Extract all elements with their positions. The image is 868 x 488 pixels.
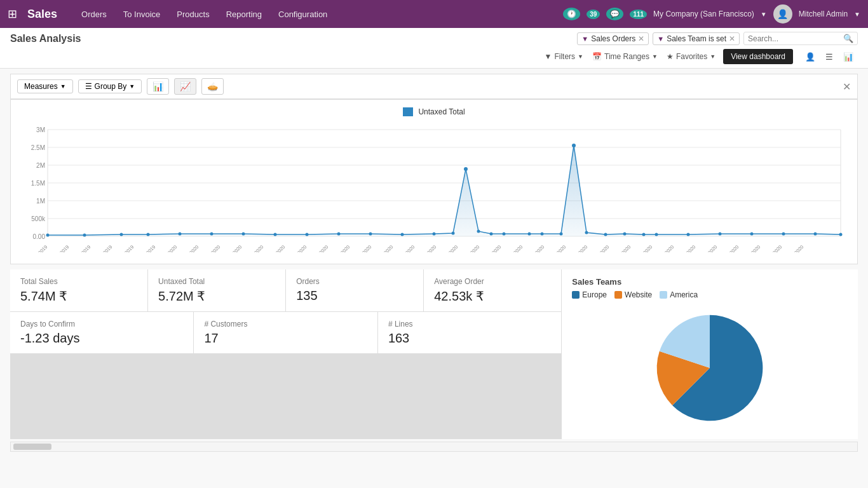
menu-reporting[interactable]: Reporting <box>220 7 268 22</box>
menu-configuration[interactable]: Configuration <box>272 7 334 22</box>
view-dashboard-button[interactable]: View dashboard <box>723 49 793 64</box>
svg-text:500k: 500k <box>31 215 46 222</box>
svg-point-28 <box>401 233 404 236</box>
svg-point-45 <box>719 232 722 235</box>
page-title: Sales Analysis <box>10 33 81 44</box>
svg-text:15 Jan 2020: 15 Jan 2020 <box>307 244 330 252</box>
pie-chart-button[interactable]: 🥧 <box>201 78 224 95</box>
filters-dropdown-icon: ▼ <box>578 53 583 60</box>
pie-legend: Europe Website America <box>572 290 848 299</box>
svg-point-48 <box>814 232 817 235</box>
svg-point-19 <box>120 233 123 236</box>
stat-untaxed-total: Untaxed Total 5.72M ₹ <box>148 269 285 311</box>
days-confirm-value: -1.23 days <box>20 331 183 346</box>
menu-to-invoice[interactable]: To Invoice <box>117 7 167 22</box>
legend-america: America <box>660 290 698 299</box>
svg-text:24 Dec 2019: 24 Dec 2019 <box>90 244 113 252</box>
list-view-button[interactable]: ☰ <box>821 50 837 64</box>
avatar[interactable]: 👤 <box>773 4 792 24</box>
scrollbar-thumb[interactable] <box>13 444 51 450</box>
svg-point-47 <box>782 232 785 235</box>
filters-button[interactable]: ▼ Filters ▼ <box>545 52 583 61</box>
svg-text:29 Jan 2020: 29 Jan 2020 <box>458 244 481 252</box>
company-selector[interactable]: My Company (San Francisco) <box>653 10 754 18</box>
legend-color-box <box>403 107 413 116</box>
favorites-button[interactable]: ★ Favorites ▼ <box>667 52 715 61</box>
menu-products[interactable]: Products <box>170 7 215 22</box>
measures-button[interactable]: Measures ▼ <box>17 79 73 93</box>
pie-chart-svg <box>646 304 773 431</box>
svg-text:28 Feb 2020: 28 Feb 2020 <box>782 244 804 252</box>
graph-view-button[interactable]: 👤 <box>801 50 820 64</box>
search-input[interactable] <box>748 34 843 43</box>
svg-point-46 <box>750 232 754 235</box>
svg-text:0.00: 0.00 <box>33 233 46 240</box>
user-dropdown-icon[interactable]: ▼ <box>854 11 860 18</box>
close-chart-button[interactable]: ✕ <box>843 81 851 93</box>
svg-text:21 Jan 2020: 21 Jan 2020 <box>372 244 395 252</box>
svg-point-49 <box>839 233 843 236</box>
customers-value: 17 <box>204 331 367 346</box>
svg-text:14 Feb 2020: 14 Feb 2020 <box>630 244 653 252</box>
svg-marker-16 <box>48 146 841 236</box>
stat-avg-order: Average Order 42.53k ₹ <box>424 269 561 311</box>
days-confirm-label: Days to Confirm <box>20 320 183 329</box>
avg-order-label: Average Order <box>434 277 551 286</box>
message-icon[interactable]: 💬 <box>606 8 623 20</box>
svg-point-17 <box>46 233 50 236</box>
lines-value: 163 <box>388 331 551 346</box>
website-label: Website <box>625 290 652 299</box>
calendar-icon: 📅 <box>592 52 602 61</box>
svg-point-37 <box>560 232 563 235</box>
notifications-badge[interactable]: 39 <box>587 10 600 19</box>
clock-icon[interactable]: 🕐 <box>563 8 580 20</box>
svg-text:1M: 1M <box>36 198 45 205</box>
svg-point-24 <box>274 233 277 236</box>
svg-text:26 Dec 2019: 26 Dec 2019 <box>112 244 135 252</box>
america-color-dot <box>660 291 667 299</box>
bar-chart-view-button[interactable]: 📊 <box>839 50 858 64</box>
grid-menu-icon[interactable]: ⊞ <box>8 7 17 21</box>
messages-badge[interactable]: 111 <box>630 10 647 19</box>
svg-point-31 <box>464 167 468 171</box>
svg-point-22 <box>210 232 214 235</box>
user-menu[interactable]: Mitchell Admin <box>799 10 848 18</box>
star-icon: ★ <box>667 52 674 61</box>
chart-scrollbar[interactable] <box>10 442 858 452</box>
remove-filter-sales-team[interactable]: ✕ <box>729 34 735 43</box>
svg-text:02 Feb 2020: 02 Feb 2020 <box>501 244 524 252</box>
svg-point-40 <box>604 233 607 236</box>
svg-point-21 <box>179 232 182 235</box>
svg-text:31 Jan 2020: 31 Jan 2020 <box>480 244 503 252</box>
search-icon[interactable]: 🔍 <box>843 34 853 43</box>
menu-orders[interactable]: Orders <box>75 7 113 22</box>
svg-point-25 <box>306 233 309 236</box>
svg-point-20 <box>147 233 150 236</box>
svg-point-42 <box>642 233 646 236</box>
svg-point-36 <box>541 232 544 235</box>
svg-text:20 Feb 2020: 20 Feb 2020 <box>695 244 718 252</box>
svg-text:16 Feb 2020: 16 Feb 2020 <box>652 244 675 252</box>
time-ranges-button[interactable]: 📅 Time Ranges ▼ <box>592 52 658 61</box>
chart-toolbar: Measures ▼ ☰ Group By ▼ 📊 📈 🥧 ✕ <box>10 74 858 99</box>
sales-teams-pie-section: Sales Teams Europe Website America <box>562 269 858 439</box>
group-by-button[interactable]: ☰ Group By ▼ <box>78 79 142 93</box>
customers-label: # Customers <box>204 320 367 329</box>
legend-europe: Europe <box>572 290 607 299</box>
svg-text:11 Jan 2020: 11 Jan 2020 <box>264 244 287 252</box>
search-area: ▼ Sales Orders ✕ ▼ Sales Team is set ✕ 🔍 <box>577 32 858 45</box>
svg-text:25 Jan 2020: 25 Jan 2020 <box>415 244 438 252</box>
bar-chart-button[interactable]: 📊 <box>147 78 169 95</box>
svg-text:3M: 3M <box>36 126 45 133</box>
company-dropdown-icon[interactable]: ▼ <box>761 11 767 18</box>
remove-filter-sales-orders[interactable]: ✕ <box>638 34 644 43</box>
list-icon: ☰ <box>85 82 92 91</box>
filter-tag-sales-orders[interactable]: ▼ Sales Orders ✕ <box>577 32 649 45</box>
line-chart-button[interactable]: 📈 <box>174 78 196 95</box>
svg-point-34 <box>503 232 506 235</box>
filter-tag-sales-team[interactable]: ▼ Sales Team is set ✕ <box>653 32 740 45</box>
main-chart: Untaxed Total 3M 2.5M 2M 1.5M 1M 500k 0.… <box>10 99 858 264</box>
orders-value: 135 <box>296 288 413 303</box>
pie-chart-title: Sales Teams <box>572 277 848 287</box>
svg-text:10 Feb 2020: 10 Feb 2020 <box>587 244 610 252</box>
